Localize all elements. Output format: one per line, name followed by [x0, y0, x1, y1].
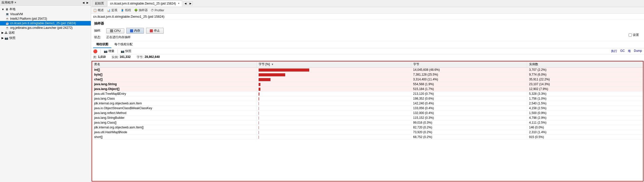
cell-instances: 146 (0.0%) — [527, 125, 643, 130]
right-panel: 起始页 cn.itcast.jvm.tl.stringtable.Demo1_2… — [91, 0, 644, 182]
table-row[interactable]: jdk.internal.org.objectweb.asm.Item142,2… — [92, 101, 643, 106]
instance-label: 实例: — [112, 55, 118, 59]
toolbar-monitor[interactable]: 📊 监视 — [107, 8, 117, 12]
class-value: 1,010 — [98, 55, 106, 59]
table-row[interactable]: java.util.HashMap$Node73,920 (0.2%)2,310… — [92, 130, 643, 135]
status-value: 正在进行内存抽样 — [106, 35, 131, 39]
data-table-container[interactable]: 类名 字节 [%] ▼ 字节 实例数 — [92, 61, 643, 181]
toolbar-overview[interactable]: 📋 概述 — [93, 8, 104, 12]
tree-item[interactable]: ☕IntelliJ Platform (pid 25472) — [0, 16, 91, 21]
table-row[interactable]: java.lang.reflect.Method132,000 (0.4%)1,… — [92, 111, 643, 116]
cell-bytes: 99,016 (0.3%) — [411, 120, 527, 125]
table-header: 类名 字节 [%] ▼ 字节 实例数 — [92, 61, 643, 67]
cell-instances: 2,540 (1.5%) — [527, 101, 643, 106]
memory-btn[interactable]: 内存 — [126, 28, 144, 34]
tree-item[interactable]: ▶🖧远程 — [0, 30, 91, 35]
stop-icon — [150, 29, 153, 32]
settings-label: 设置 — [633, 33, 639, 37]
tree-item[interactable]: ▼🖥本地 — [0, 7, 91, 12]
table-row[interactable]: short[]68,752 (0.2%)915 (0.5%) — [92, 135, 643, 140]
toolbar-profiler[interactable]: ⏱ Profiler — [151, 9, 164, 12]
process-title: cn.itcast.jvm.tl.stringtable.Demo1_25 (p… — [91, 14, 644, 20]
table-row[interactable]: int[]14,045,608 (48.6%)3,707 (2.2%) — [92, 67, 643, 72]
bar-indicator — [259, 136, 259, 139]
left-panel-controls: ◀ ▶ — [82, 1, 89, 4]
tree-item[interactable]: ☕cn.itcast.jvm.tl.stringtable.Demo1_25 (… — [0, 21, 91, 26]
main-toolbar: 📋 概述 📊 监视 🧵 线程 🌳 抽样器 ⏱ Profiler — [91, 7, 644, 14]
bar-indicator — [259, 83, 261, 86]
heap-table: 类名 字节 [%] ▼ 字节 实例数 — [92, 61, 643, 140]
bar-indicator — [259, 107, 259, 110]
table-row[interactable]: java.lang.Class[]99,016 (0.3%)4,111 (2.5… — [92, 120, 643, 125]
heap-link[interactable]: 堆 — [628, 49, 631, 53]
cell-bytes-pct — [256, 135, 411, 140]
tab-nav-right[interactable]: ▶ — [188, 2, 193, 5]
gc-link[interactable]: GC — [620, 49, 625, 53]
th-bytes-label: 字节 — [413, 62, 419, 66]
tree-item-label: VisualVM — [10, 12, 23, 16]
tree-item[interactable]: 💻VisualVM — [0, 12, 91, 16]
table-row[interactable]: java.lang.StringBuilder115,152 (0.3%)4,7… — [92, 116, 643, 120]
nav-next-btn[interactable]: ▶ — [86, 1, 89, 4]
table-row[interactable]: java.util.TreeMap$Entry213,120 (0.7%)5,3… — [92, 92, 643, 96]
table-row[interactable]: jdk.internal.org.objectweb.asm.Item[]82,… — [92, 125, 643, 130]
th-bytes[interactable]: 字节 — [411, 61, 527, 67]
table-row[interactable]: java.io.ObjectStreamClass$WeakClassKey13… — [92, 106, 643, 111]
tab-close-icon[interactable]: × — [178, 2, 179, 5]
snapshot-btn[interactable]: 📷 快照 — [121, 49, 131, 53]
toolbar-threads[interactable]: 🧵 线程 — [120, 8, 131, 12]
cell-bytes: 213,120 (0.7%) — [411, 92, 527, 96]
cell-bytes-pct — [256, 82, 411, 87]
cell-bytes-pct — [256, 67, 411, 72]
table-row[interactable]: java.lang.Class198,352 (0.6%)1,756 (1.0%… — [92, 96, 643, 101]
toolbar-sampler[interactable]: 🌳 抽样器 — [134, 8, 148, 12]
delta-label: 增量 — [108, 49, 114, 53]
tree-item[interactable]: ☕org.jetbrains.jps.cmdline.Launcher (pid… — [0, 26, 91, 30]
sampler-controls-row: 抽样: CPU 内存 停止 — [94, 28, 641, 34]
cell-bytes: 7,381,128 (25.5%) — [411, 72, 527, 77]
sub-tab-heap[interactable]: 堆柱状图 — [93, 41, 111, 48]
expand-icon: ▶ — [2, 31, 4, 34]
delta-btn[interactable]: 📷 增量 — [104, 49, 114, 53]
cell-classname: java.util.TreeMap$Entry — [92, 92, 256, 96]
bytes-label: 字节: — [137, 55, 143, 59]
snapshot-icon: 📷 — [121, 50, 124, 53]
profiler-label: Profiler — [155, 9, 164, 12]
cell-classname: java.io.ObjectStreamClass$WeakClassKey — [92, 106, 256, 111]
bar-indicator — [259, 117, 259, 120]
th-classname[interactable]: 类名 — [92, 61, 256, 67]
table-row[interactable]: java.lang.Object[]515,184 (1.7%)12,902 (… — [92, 87, 643, 92]
cell-bytes-pct — [256, 116, 411, 120]
record-icon[interactable]: 🔴 — [93, 49, 97, 53]
th-instances[interactable]: 实例数 — [527, 61, 643, 67]
th-bytes-pct[interactable]: 字节 [%] ▼ — [256, 61, 411, 67]
sub-tab-thread[interactable]: 每个线程分配 — [111, 41, 136, 48]
group-label: 快照 — [9, 36, 15, 40]
tree-item-icon: ☕ — [6, 22, 9, 25]
tab-nav-left[interactable]: ◀ — [183, 2, 188, 5]
exec-link[interactable]: 执行 — [611, 49, 617, 53]
table-row[interactable]: byte[]7,381,128 (25.5%)9,774 (6.0%) — [92, 72, 643, 77]
table-row[interactable]: char[]3,314,400 (11.4%)35,911 (22.2%) — [92, 77, 643, 82]
stop-btn[interactable]: 停止 — [146, 28, 164, 34]
left-panel-header: 应用程序 × ◀ ▶ — [0, 0, 91, 6]
cell-bytes-pct — [256, 101, 411, 106]
cpu-btn[interactable]: CPU — [106, 28, 124, 33]
sampler-label-toolbar: 抽样器 — [139, 8, 148, 12]
stats-class: 类: 1,010 — [93, 55, 106, 59]
tree-item[interactable]: ▶📷快照 — [0, 35, 91, 41]
tab-demo-page[interactable]: cn.itcast.jvm.tl.stringtable.Demo1_25 (p… — [107, 1, 182, 7]
settings-checkbox[interactable] — [629, 33, 632, 37]
cell-instances: 23,107 (14.3%) — [527, 82, 643, 87]
nav-prev-btn[interactable]: ◀ — [82, 1, 85, 4]
table-row[interactable]: java.lang.String554,568 (1.9%)23,107 (14… — [92, 82, 643, 87]
tree-item-icon: ☕ — [6, 17, 9, 20]
dump-link[interactable]: Dump — [634, 49, 642, 53]
cell-classname: java.lang.Class — [92, 96, 256, 101]
threads-label: 线程 — [125, 8, 131, 12]
left-panel-title: 应用程序 × — [2, 1, 16, 5]
cell-bytes-pct — [256, 72, 411, 77]
sample-label: 抽样: — [94, 29, 104, 33]
cell-bytes: 3,314,400 (11.4%) — [411, 77, 527, 82]
tab-start-page[interactable]: 起始页 — [92, 1, 107, 7]
